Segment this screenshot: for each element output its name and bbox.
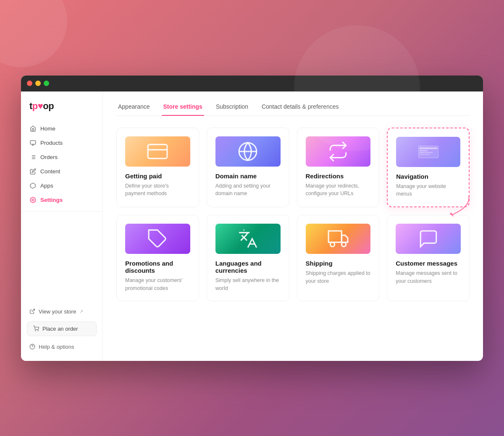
svg-rect-0 — [30, 141, 36, 144]
sidebar: tp♥op Home Products Orders — [21, 91, 103, 361]
sidebar-item-label: Content — [40, 168, 60, 175]
sidebar-item-label: Orders — [40, 154, 58, 160]
titlebar — [21, 76, 483, 91]
svg-rect-20 — [419, 147, 437, 149]
card-title-getting-paid: Getting paid — [125, 172, 190, 180]
card-image-getting-paid — [125, 136, 190, 167]
card-desc-domain: Adding and setting your domain name — [215, 182, 281, 198]
cards-grid: Getting paid Define your store's payment… — [116, 128, 470, 301]
svg-point-11 — [35, 331, 36, 331]
svg-rect-26 — [328, 231, 341, 242]
home-icon — [29, 125, 36, 132]
card-domain-name[interactable]: Domain name Adding and setting your doma… — [207, 128, 289, 208]
sidebar-bottom: View your store ↗ Place an order Help & … — [21, 305, 102, 354]
svg-line-10 — [32, 309, 34, 312]
card-redirections[interactable]: Redirections Manage your redirects, conf… — [297, 128, 380, 208]
sidebar-item-home[interactable]: Home — [21, 122, 102, 136]
svg-point-12 — [38, 331, 38, 331]
card-desc-shipping: Shipping charges applied to your store — [306, 269, 371, 285]
card-navigation[interactable]: Navigation Manage your website menus — [387, 128, 470, 208]
apps-icon — [29, 183, 36, 189]
svg-point-28 — [330, 242, 334, 246]
card-title-languages: Languages and currencies — [215, 260, 281, 274]
sidebar-item-apps[interactable]: Apps — [21, 179, 102, 193]
place-order-label: Place an order — [42, 326, 78, 332]
settings-icon — [29, 197, 36, 204]
card-shipping[interactable]: Shipping Shipping charges applied to you… — [297, 215, 380, 301]
traffic-lights — [27, 81, 49, 86]
help-label: Help & options — [39, 344, 74, 350]
close-button[interactable] — [27, 81, 32, 86]
svg-marker-27 — [341, 235, 348, 243]
card-languages[interactable]: Languages and currencies Simply sell any… — [207, 215, 289, 301]
card-title-promotions: Promotions and discounts — [125, 260, 190, 274]
sidebar-item-label: Home — [40, 125, 55, 132]
sidebar-item-label: Settings — [40, 197, 63, 203]
card-title-navigation: Navigation — [396, 173, 460, 180]
svg-rect-22 — [419, 152, 432, 153]
sidebar-item-label: Apps — [40, 183, 53, 189]
external-icon: ↗ — [79, 309, 83, 314]
card-image-customer — [396, 224, 461, 254]
card-customer-messages[interactable]: Customer messages Manage messages sent t… — [387, 215, 470, 301]
sidebar-divider — [21, 211, 102, 212]
products-icon — [29, 140, 36, 146]
card-title-redirections: Redirections — [306, 172, 371, 180]
card-getting-paid[interactable]: Getting paid Define your store's payment… — [116, 128, 199, 208]
card-desc-navigation: Manage your website menus — [396, 183, 460, 198]
svg-rect-23 — [419, 154, 430, 155]
sidebar-item-products[interactable]: Products — [21, 136, 102, 150]
logo-accent: p♥ — [32, 101, 43, 111]
sidebar-item-orders[interactable]: Orders — [21, 150, 102, 164]
tab-store-settings[interactable]: Store settings — [162, 103, 204, 116]
card-desc-redirections: Manage your redirects, configure your UR… — [306, 182, 371, 198]
card-promotions[interactable]: Promotions and discounts Manage your cus… — [116, 215, 199, 301]
card-desc-promotions: Manage your customers' promotional codes — [125, 277, 190, 292]
minimize-button[interactable] — [35, 81, 41, 86]
card-image-shipping — [306, 224, 371, 254]
tabs-bar: Appearance Store settings Subscription C… — [116, 103, 470, 116]
help-options-link[interactable]: Help & options — [21, 339, 102, 354]
main-window: tp♥op Home Products Orders — [21, 76, 483, 361]
view-store-label: View your store — [39, 308, 76, 315]
logo: tp♥op — [21, 101, 102, 122]
tab-subscription[interactable]: Subscription — [214, 103, 250, 116]
sidebar-item-content[interactable]: Content — [21, 164, 102, 179]
orders-icon — [29, 154, 36, 161]
tab-contact[interactable]: Contact details & preferences — [260, 103, 341, 116]
tab-appearance[interactable]: Appearance — [116, 103, 152, 116]
sidebar-item-settings[interactable]: Settings — [21, 193, 102, 207]
sidebar-item-label: Products — [40, 140, 63, 146]
svg-rect-15 — [148, 144, 167, 158]
card-image-languages — [215, 224, 281, 254]
main-content: Appearance Store settings Subscription C… — [103, 91, 483, 361]
svg-point-9 — [32, 199, 34, 201]
content-icon — [29, 168, 36, 175]
card-image-promotions — [125, 224, 190, 254]
svg-rect-21 — [419, 150, 427, 151]
card-image-navigation — [396, 137, 460, 167]
card-desc-getting-paid: Define your store's payment methods — [125, 182, 190, 198]
card-image-domain — [215, 136, 281, 167]
card-title-shipping: Shipping — [306, 260, 371, 267]
card-title-customer: Customer messages — [396, 260, 461, 267]
view-store-link[interactable]: View your store ↗ — [21, 305, 102, 318]
svg-point-29 — [341, 242, 346, 246]
window-body: tp♥op Home Products Orders — [21, 91, 483, 361]
card-image-redirections — [306, 136, 371, 167]
maximize-button[interactable] — [44, 81, 49, 86]
place-order-button[interactable]: Place an order — [27, 321, 97, 336]
card-desc-customer: Manage messages sent to your customers — [396, 269, 461, 285]
card-desc-languages: Simply sell anywhere in the world — [215, 277, 281, 292]
card-title-domain: Domain name — [215, 172, 281, 180]
